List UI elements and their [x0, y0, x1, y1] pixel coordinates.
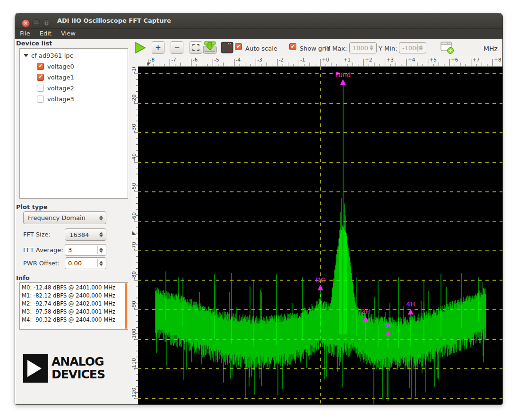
run-icon[interactable]: [134, 42, 147, 54]
svg-text:3H: 3H: [384, 322, 393, 329]
zoom-fit-icon[interactable]: [190, 41, 202, 54]
svg-text:-110: -110: [132, 358, 137, 370]
plot-type-combobox[interactable]: Frequency Domain: [23, 211, 106, 224]
chevron-updown-icon: [99, 215, 103, 220]
pwr-offset-value: 0.00: [68, 260, 82, 267]
pwr-offset-label: PWR Offset:: [23, 260, 60, 267]
device-list-label: Device list: [16, 40, 52, 47]
svg-text:+4: +4: [408, 57, 415, 62]
y-max-value: 1000: [353, 44, 368, 52]
svg-text:-3: -3: [257, 57, 262, 62]
capture-save-icon[interactable]: [203, 41, 217, 54]
fullscreen-icon[interactable]: [221, 42, 233, 53]
channel-checkbox-voltage1[interactable]: [37, 74, 44, 81]
info-label: Info: [16, 274, 30, 281]
spinner-arrows-icon[interactable]: [99, 247, 103, 253]
scrollbar[interactable]: [125, 283, 127, 329]
svg-text:-2: -2: [279, 57, 284, 62]
channel-label: voltage0: [47, 63, 74, 70]
channel-checkbox-voltage3[interactable]: [37, 96, 44, 103]
fft-size-value: 16384: [69, 231, 89, 238]
minimize-icon[interactable]: —: [32, 19, 40, 27]
svg-text:+5: +5: [430, 57, 437, 62]
device-tree-root[interactable]: cf-ad9361-lpc: [24, 50, 73, 61]
svg-text:+7: +7: [473, 57, 480, 62]
plot-type-value: Frequency Domain: [28, 214, 86, 221]
show-grid-label: Show grid: [300, 45, 330, 52]
left-panel: Device list cf-ad9361-lpc voltage0voltag…: [15, 39, 132, 404]
fft-size-combobox[interactable]: 16384: [65, 228, 106, 241]
svg-text:2H: 2H: [361, 307, 370, 315]
plot-type-label: Plot type: [16, 203, 47, 210]
show-grid-checkbox[interactable]: [289, 43, 296, 50]
fft-size-label: FFT Size:: [23, 231, 51, 238]
svg-text:+8: +8: [494, 57, 501, 62]
window-title: ADI IIO Oscilloscope FFT Capture: [57, 17, 171, 24]
svg-text:-4: -4: [236, 57, 241, 62]
title-bar: ✕ — ▢ ADI IIO Oscilloscope FFT Capture: [15, 13, 502, 29]
auto-scale-checkbox[interactable]: [235, 43, 242, 50]
zoom-out-icon[interactable]: −: [171, 41, 183, 54]
toolbar-separator: [435, 41, 435, 54]
menu-file[interactable]: File: [15, 29, 35, 39]
menu-view[interactable]: View: [56, 29, 80, 39]
svg-text:Fund: Fund: [335, 71, 351, 79]
svg-text:+6: +6: [451, 57, 458, 62]
plot-region: + −: [132, 39, 502, 404]
svg-text:-5: -5: [214, 57, 219, 62]
y-min-label: Y Min:: [379, 45, 397, 52]
adi-triangle-icon: [27, 360, 42, 377]
zoom-in-icon[interactable]: +: [152, 41, 164, 54]
device-tree[interactable]: cf-ad9361-lpc voltage0voltage1voltage2vo…: [19, 48, 128, 199]
svg-text:-100: -100: [132, 329, 137, 341]
spinner-arrows-icon[interactable]: [99, 261, 103, 266]
channel-checkbox-voltage2[interactable]: [37, 85, 44, 92]
svg-text:-7: -7: [171, 57, 176, 62]
svg-text:+3: +3: [386, 57, 393, 62]
svg-text:-70: -70: [132, 242, 137, 250]
units-label: MHz: [483, 45, 498, 52]
x-axis-ruler[interactable]: -8-7-6-5-4-3-2-1+0+1+2+3+4+5+6+7+8: [138, 56, 503, 67]
y-max-label: Y Max:: [327, 45, 347, 52]
menu-edit[interactable]: Edit: [35, 29, 56, 39]
y-axis-ruler[interactable]: -10-20-30-40-50-60-70-80-90-100-110-120: [132, 67, 138, 405]
svg-text:+2: +2: [365, 57, 372, 62]
svg-text:-120: -120: [132, 388, 137, 400]
expander-icon[interactable]: [24, 54, 28, 57]
channel-row-voltage0[interactable]: voltage0: [37, 61, 74, 71]
svg-text:-40: -40: [132, 153, 137, 162]
fft-average-spinbox[interactable]: 3: [65, 244, 106, 256]
channel-row-voltage2[interactable]: voltage2: [37, 83, 74, 93]
menu-bar: FileEditView: [15, 29, 502, 39]
device-name: cf-ad9361-lpc: [31, 52, 73, 59]
svg-text:+1: +1: [343, 57, 350, 62]
svg-text:-50: -50: [132, 183, 137, 192]
fft-average-value: 3: [68, 246, 72, 254]
svg-text:DC: DC: [316, 276, 325, 284]
plot-toolbar: + −: [132, 39, 502, 56]
channel-row-voltage1[interactable]: voltage1: [37, 72, 74, 82]
fft-average-label: FFT Average:: [23, 246, 63, 254]
channel-checkbox-voltage0[interactable]: [37, 63, 44, 70]
svg-text:-8: -8: [150, 57, 155, 62]
channel-label: voltage1: [47, 74, 74, 81]
channel-row-voltage3[interactable]: voltage3: [37, 94, 74, 104]
svg-text:-10: -10: [132, 67, 137, 73]
marker-readouts: M0: -12.48 dBFS @ 2401.000 MHz M1: -82.1…: [22, 284, 115, 324]
new-plot-icon[interactable]: [440, 41, 454, 54]
channel-label: voltage3: [47, 96, 74, 103]
close-icon[interactable]: ✕: [22, 19, 30, 27]
info-box[interactable]: M0: -12.48 dBFS @ 2401.000 MHz M1: -82.1…: [19, 282, 128, 330]
y-min-spinbox: -1000: [399, 42, 426, 53]
channel-label: voltage2: [47, 85, 74, 92]
y-max-spinbox: 1000: [349, 42, 377, 53]
svg-text:+0: +0: [322, 57, 329, 62]
main-content: Device list cf-ad9361-lpc voltage0voltag…: [15, 39, 502, 404]
svg-text:4H: 4H: [406, 300, 415, 308]
app-window: ✕ — ▢ ADI IIO Oscilloscope FFT Capture F…: [15, 13, 503, 405]
pwr-offset-spinbox[interactable]: 0.00: [65, 257, 106, 269]
fft-plot-canvas[interactable]: FundDC2H3H4H: [138, 67, 503, 405]
svg-text:-60: -60: [132, 212, 137, 221]
spinner-arrows-icon: [370, 45, 373, 51]
maximize-icon[interactable]: ▢: [43, 19, 51, 27]
